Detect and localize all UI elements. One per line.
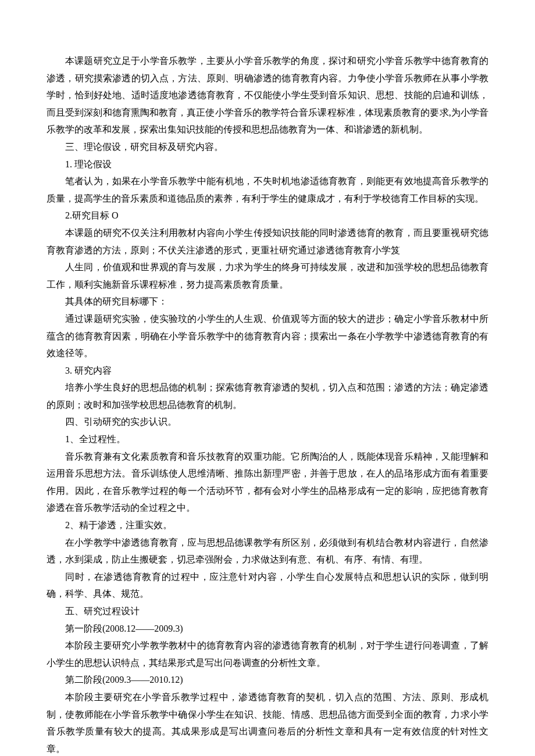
heading-section-3: 三、理论假设，研究目标及研究内容。	[47, 138, 488, 156]
heading-3-2: 2.研究目标 O	[47, 207, 488, 224]
heading-phase-1: 第一阶段(2008.12——2009.3)	[47, 620, 488, 637]
heading-section-4: 四、引动研究的实步认识。	[47, 413, 488, 431]
paragraph-4-1-body: 音乐教育兼有文化素质教育和音乐技教育的双重功能。它所陶治的人，既能体现音乐精神，…	[47, 448, 488, 517]
paragraph-phase-2-body: 本阶段主要研究在小学音乐教学过程中，渗透德育教育的契机，切入点的范围、方法、原则…	[47, 689, 488, 756]
paragraph-3-2-body-d: 通过课题研究实验，使实验玟的小学生的人生观、价值观等方面的较大的进步；确定小学音…	[47, 310, 488, 362]
paragraph-3-2-body-c: 其具体的研究目标哪下：	[47, 293, 488, 310]
paragraph-intro: 本课题研究立足于小学音乐教学，主要从小学音乐教学的角度，探讨和研究小学音乐教学中…	[47, 52, 488, 138]
paragraph-4-2-body-b: 同时，在渗透德育教育的过程中，应注意针对内容，小学生自心发展特点和思想认识的实际…	[47, 568, 488, 603]
heading-4-1: 1、全过程性。	[47, 431, 488, 448]
heading-3-1: 1. 理论假设	[47, 156, 488, 173]
paragraph-3-2-body-b: 人生同，价值观和世界观的育与发展，力求为学生的终身可持续发展，改进和加强学校的思…	[47, 259, 488, 293]
paragraph-3-1-body: 笔者认为，如果在小学音乐教学中能有机地，不失时机地渗适德育教育，则能更有效地提高…	[47, 173, 488, 207]
heading-4-2: 2、精于渗透，注重实效。	[47, 517, 488, 534]
heading-3-3: 3. 研究内容	[47, 362, 488, 379]
paragraph-4-2-body-a: 在小学教学中渗透德育教育，应与思想品德课教学有所区别，必须做到有机结合教材内容进…	[47, 534, 488, 568]
heading-section-5: 五、研究过程设计	[47, 603, 488, 620]
paragraph-3-2-body-a: 本课题的研究不仅关注利用教材内容向小学生传授知识技能的同时渗透德育的教育，而且要…	[47, 224, 488, 259]
paragraph-phase-1-body: 本阶段主要研究小学教学教材中的德育教育内容的渗透德育教育的机制，对于学生进行问卷…	[47, 637, 488, 671]
heading-phase-2: 第二阶段(2009.3——2010.12)	[47, 671, 488, 689]
paragraph-3-3-body: 培养小学生良好的思想品德的机制；探索德育教育渗透的契机，切入点和范围；渗透的方法…	[47, 379, 488, 413]
